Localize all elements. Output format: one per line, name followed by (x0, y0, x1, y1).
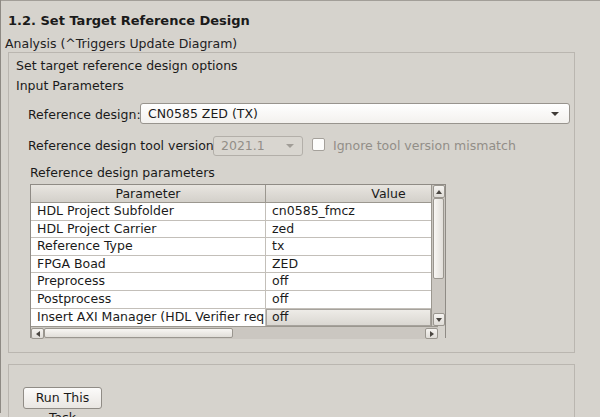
run-this-task-button[interactable]: Run This Task (23, 387, 102, 409)
table-row-selected[interactable]: Insert AXI Manager (HDL Verifier req... … (31, 309, 431, 327)
chevron-down-icon (286, 144, 294, 148)
scroll-down-button[interactable] (433, 313, 445, 326)
reference-design-dropdown[interactable]: CN0585 ZED (TX) (140, 103, 570, 124)
value-cell-editor[interactable]: off (266, 309, 431, 327)
scroll-left-button[interactable] (31, 328, 44, 339)
scroll-up-button[interactable] (433, 185, 445, 198)
horizontal-scroll-thumb[interactable] (44, 328, 233, 338)
parameter-cell[interactable]: Preprocess (31, 273, 266, 290)
reference-design-value: CN0585 ZED (TX) (148, 106, 258, 121)
ignore-mismatch-label: Ignore tool version mismatch (333, 138, 516, 153)
parameters-table: Parameter Value HDL Project Subfolder cn… (30, 184, 446, 338)
table-header-row: Parameter Value (31, 185, 431, 203)
ignore-mismatch-checkbox[interactable] (312, 138, 325, 151)
vertical-scrollbar[interactable] (431, 185, 445, 326)
table-row[interactable]: Preprocess off (31, 273, 431, 291)
chevron-down-icon (551, 112, 559, 116)
value-cell[interactable]: tx (266, 238, 431, 255)
value-cell[interactable]: ZED (266, 256, 431, 273)
panel-right-border (0, 0, 1, 413)
tool-version-dropdown[interactable]: 2021.1 (213, 136, 303, 156)
scroll-left-icon (36, 331, 40, 337)
options-heading: Set target reference design options (16, 58, 238, 73)
task-subtitle: Analysis (^Triggers Update Diagram) (5, 36, 237, 51)
task-title: 1.2. Set Target Reference Design (8, 13, 250, 28)
tool-version-value: 2021.1 (221, 138, 265, 153)
parameter-cell[interactable]: FPGA Boad (31, 256, 266, 273)
parameter-cell[interactable]: Insert AXI Manager (HDL Verifier req... (31, 309, 266, 327)
table-row[interactable]: HDL Project Carrier zed (31, 221, 431, 239)
parameters-table-label: Reference design parameters (30, 165, 215, 180)
value-cell[interactable]: zed (266, 221, 431, 238)
value-cell[interactable]: off (266, 291, 431, 308)
horizontal-scrollbar[interactable] (31, 326, 438, 339)
scrollbar-corner (438, 326, 445, 339)
table-body: HDL Project Subfolder cn0585_fmcz HDL Pr… (31, 203, 431, 326)
column-header-value: Value (266, 185, 431, 202)
column-header-parameter: Parameter (31, 185, 266, 202)
task-panel: 1.2. Set Target Reference Design Analysi… (0, 0, 600, 417)
input-parameters-label: Input Parameters (16, 78, 124, 93)
parameter-cell[interactable]: HDL Project Carrier (31, 221, 266, 238)
parameter-cell[interactable]: Postprocess (31, 291, 266, 308)
value-cell[interactable]: cn0585_fmcz (266, 203, 431, 220)
table-row[interactable]: FPGA Boad ZED (31, 256, 431, 274)
table-row[interactable]: Reference Type tx (31, 238, 431, 256)
table-row[interactable]: HDL Project Subfolder cn0585_fmcz (31, 203, 431, 221)
value-cell[interactable]: off (266, 273, 431, 290)
scroll-right-icon (430, 331, 434, 337)
scroll-right-button[interactable] (425, 328, 438, 339)
table-row[interactable]: Postprocess off (31, 291, 431, 309)
scroll-up-icon (436, 190, 442, 194)
tool-version-label: Reference design tool version: (28, 138, 218, 153)
vertical-scroll-thumb[interactable] (433, 198, 444, 279)
top-divider (0, 0, 600, 1)
reference-design-label: Reference design: (28, 107, 141, 122)
scroll-down-icon (436, 318, 442, 322)
parameter-cell[interactable]: Reference Type (31, 238, 266, 255)
parameter-cell[interactable]: HDL Project Subfolder (31, 203, 266, 220)
